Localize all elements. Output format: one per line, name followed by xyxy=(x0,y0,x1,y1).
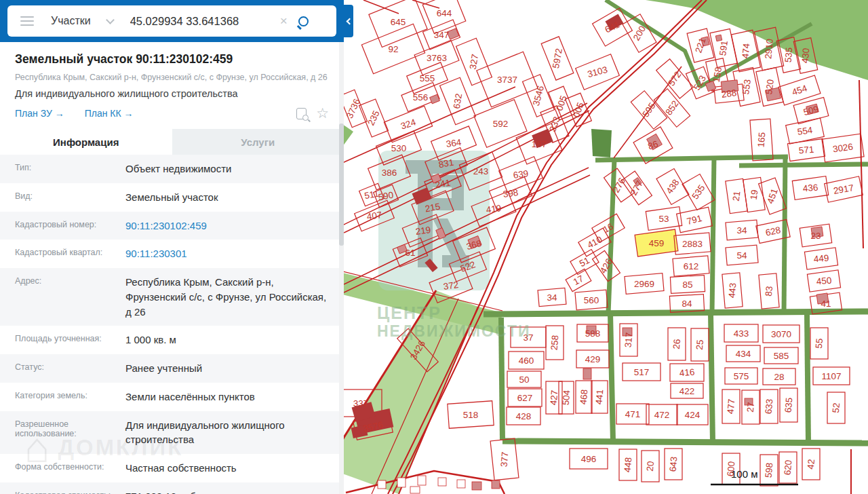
parcel-label: 468 xyxy=(578,389,590,405)
parcel-label: 83 xyxy=(764,286,774,297)
chevron-left-icon xyxy=(346,18,353,24)
parcel-label: 644 xyxy=(437,8,452,18)
plan-zu-link[interactable]: План ЗУ → xyxy=(15,108,64,119)
row-value-link[interactable]: 90:11:230102:459 xyxy=(125,218,329,233)
plan-kk-link[interactable]: План КК → xyxy=(85,108,134,119)
row-label: Кадастровый номер: xyxy=(15,218,125,229)
parcel-label: 2969 xyxy=(634,279,654,289)
row-label: Статус: xyxy=(15,361,125,372)
row-value: 771 039,12 руб. xyxy=(125,489,329,494)
parcel-label: 620 xyxy=(783,459,794,476)
parcel-label: 598 xyxy=(764,462,775,478)
building xyxy=(583,368,591,379)
green-street xyxy=(610,314,613,442)
row-label: Кадастровая стоимость: xyxy=(15,489,125,494)
panel-scrollbar[interactable] xyxy=(339,42,344,494)
parcel-label: 34 xyxy=(736,225,747,235)
parcel-label: 84 xyxy=(682,299,692,309)
building xyxy=(457,480,465,488)
parcel-label: 575 xyxy=(734,371,749,381)
search-bar: Участки × xyxy=(0,0,344,42)
menu-icon[interactable] xyxy=(20,14,34,28)
green-street xyxy=(712,157,714,314)
layer-type-dropdown[interactable]: Участки xyxy=(51,15,113,27)
parcel-label: 427 xyxy=(549,390,560,406)
parcel-label: 438 xyxy=(664,177,681,195)
parcel-label: 643 xyxy=(668,456,679,472)
cadastral-map-app: Участки × Земельный участок 90:11:230102… xyxy=(0,0,868,494)
green-area xyxy=(591,129,612,157)
parcel-label: 41 xyxy=(821,299,831,309)
map-canvas[interactable]: 6456443479237635555563273737597231033736… xyxy=(344,0,868,494)
parcel-label: 472 xyxy=(654,410,670,420)
parcel-label: 477 xyxy=(726,398,737,415)
parcel-label: 324 xyxy=(399,117,418,131)
parcel-label: 26 xyxy=(671,339,682,349)
parcel-label: 2910 xyxy=(763,38,775,59)
links-row: План ЗУ → План КК → ☆ xyxy=(15,107,329,129)
object-header: Земельный участок 90:11:230102:459 Респу… xyxy=(0,42,344,129)
parcel-label: 3103 xyxy=(587,64,609,79)
parcel-label: 5972 xyxy=(551,48,564,69)
parcel-label: 28 xyxy=(774,372,784,382)
parcel-label: 54 xyxy=(736,250,747,261)
row-label: Площадь уточненная: xyxy=(15,332,125,343)
table-row: Адрес:Республика Крым, Сакский р-н, Фрун… xyxy=(0,268,344,326)
parcel-label: 645 xyxy=(391,17,406,27)
object-usage: Для индивидуального жилищного строительс… xyxy=(15,88,329,99)
parcel-label: 571 xyxy=(798,145,814,156)
table-row: Разрешенное использование:Для индивидуал… xyxy=(0,411,344,455)
cadastral-map-svg[interactable]: 6456443479237635555563273737597231033736… xyxy=(344,0,868,494)
row-label: Адрес: xyxy=(15,275,125,286)
parcel-label: 428 xyxy=(516,411,532,421)
parcel-label: 429 xyxy=(585,354,601,364)
table-row: Статус:Ранее учтенный xyxy=(0,354,344,383)
row-label: Форма собственности: xyxy=(15,461,125,472)
table-row: Форма собственности:Частная собственност… xyxy=(0,454,344,482)
parcel-label: 2917 xyxy=(833,183,854,196)
parcel-label: 535 xyxy=(690,183,707,201)
red-road xyxy=(363,0,399,14)
parcel-label: 165 xyxy=(756,132,768,148)
favorite-star-icon[interactable]: ☆ xyxy=(316,107,329,119)
parcel-label: 2883 xyxy=(682,239,703,249)
tab-services[interactable]: Услуги xyxy=(172,129,344,155)
parcel-label: 504 xyxy=(561,390,572,406)
parcel-label: 23 xyxy=(810,231,821,241)
row-label: Категория земель: xyxy=(15,390,125,400)
parcel-label: 258 xyxy=(549,335,561,351)
green-street xyxy=(807,314,808,442)
parcel-label: 434 xyxy=(736,349,751,359)
row-value: 1 000 кв. м xyxy=(125,332,329,347)
search-icon[interactable] xyxy=(298,16,309,26)
parcel-label: 518 xyxy=(463,410,479,420)
clear-search-icon[interactable]: × xyxy=(280,14,288,28)
parcel-label: 639 xyxy=(513,168,529,180)
parcel-label: 450 xyxy=(816,276,832,287)
document-search-icon[interactable] xyxy=(296,108,307,119)
parcel-label: 419 xyxy=(486,203,502,215)
parcel-label: 448 xyxy=(623,457,634,473)
row-value: Ранее учтенный xyxy=(125,361,329,376)
parcel-label: 219 xyxy=(415,225,431,237)
parcel-label: 585 xyxy=(774,351,789,361)
collapse-panel-button[interactable] xyxy=(344,5,353,37)
building xyxy=(472,482,481,490)
parcel-label: 459 xyxy=(649,238,665,248)
row-value-link[interactable]: 90:11:230301 xyxy=(125,246,329,261)
info-table: Тип:Объект недвижимостиВид:Земельный уча… xyxy=(0,155,344,494)
scrollbar-thumb[interactable] xyxy=(339,124,344,246)
green-street xyxy=(595,157,788,160)
tab-information[interactable]: Информация xyxy=(0,129,172,155)
building xyxy=(438,478,446,486)
search-box: Участки × xyxy=(7,5,336,37)
row-label: Вид: xyxy=(15,190,125,201)
parcel-label: 3736 xyxy=(344,97,362,120)
parcel-label: 509 xyxy=(802,104,820,117)
parcel-label: 386 xyxy=(382,168,397,178)
parcel-label: 628 xyxy=(764,225,781,238)
table-row: Тип:Объект недвижимости xyxy=(0,155,344,183)
parcel-label: 377 xyxy=(499,451,511,468)
parcel-label: 398 xyxy=(502,187,519,200)
search-input[interactable] xyxy=(130,15,276,28)
